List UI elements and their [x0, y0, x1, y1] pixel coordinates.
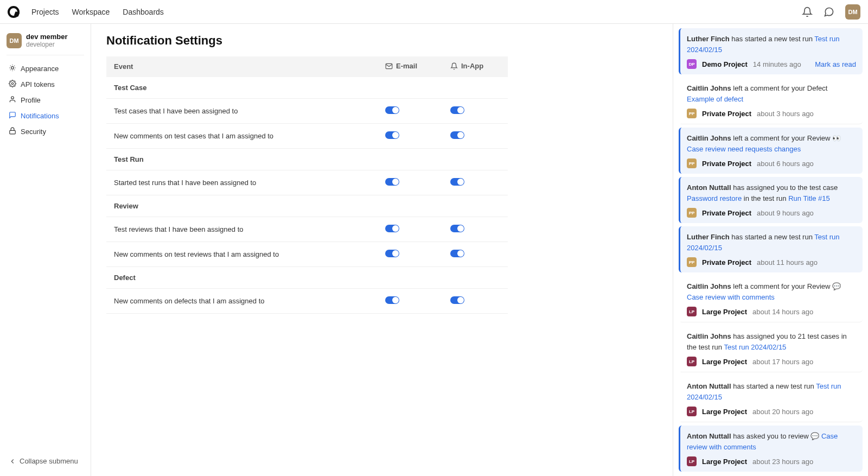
- notification-text: Luther Finch has started a new test run …: [687, 34, 856, 55]
- notification-text: Caitlin Johns left a comment for your Re…: [687, 281, 856, 302]
- notifications-panel: Luther Finch has started a new test run …: [673, 24, 868, 476]
- notification-item[interactable]: Caitlin Johns left a comment for your Re…: [679, 128, 863, 174]
- notification-time: about 6 hours ago: [757, 160, 814, 168]
- sidebar-item-label: API tokens: [21, 80, 55, 88]
- notification-time: about 14 hours ago: [752, 308, 813, 316]
- project-name: Demo Project: [702, 60, 748, 68]
- app-logo[interactable]: [8, 6, 20, 18]
- sun-icon: [9, 64, 16, 73]
- event-label: New comments on test reviews that I am a…: [106, 242, 378, 266]
- email-toggle[interactable]: [385, 131, 399, 139]
- notification-time: about 23 hours ago: [752, 458, 813, 466]
- inapp-toggle[interactable]: [450, 296, 464, 304]
- email-toggle[interactable]: [385, 178, 399, 186]
- chevron-left-icon: [9, 458, 16, 465]
- svg-point-0: [11, 67, 14, 69]
- notification-item[interactable]: Caitlin Johns left a comment for your De…: [679, 78, 863, 124]
- notification-text: Anton Nuttall has started a new test run…: [687, 381, 856, 402]
- collapse-submenu[interactable]: Collapse submenu: [7, 453, 84, 469]
- topbar: Projects Workspace Dashboards DM: [0, 0, 868, 24]
- notification-time: about 17 hours ago: [752, 358, 813, 366]
- bell-icon[interactable]: [802, 7, 813, 17]
- col-event: Event: [106, 56, 378, 77]
- project-name: Private Project: [702, 258, 751, 266]
- user-avatar-small: DM: [7, 33, 22, 48]
- notification-item[interactable]: Caitlin Johns has assigned you to 21 tes…: [679, 326, 863, 372]
- sidebar-item-label: Appearance: [21, 65, 59, 73]
- email-toggle[interactable]: [385, 225, 399, 232]
- event-row: Test cases that I have been assigned to: [106, 98, 508, 123]
- notification-time: about 11 hours ago: [757, 258, 818, 266]
- project-name: Large Project: [702, 458, 747, 466]
- project-badge: LP: [687, 307, 697, 316]
- user-block[interactable]: DM dev member developer: [7, 30, 84, 55]
- user-avatar[interactable]: DM: [845, 4, 860, 20]
- notification-meta: PPPrivate Projectabout 9 hours ago: [687, 208, 856, 218]
- nav-workspace[interactable]: Workspace: [72, 8, 110, 16]
- inapp-toggle[interactable]: [450, 131, 464, 139]
- chat-icon[interactable]: [824, 7, 834, 17]
- svg-line-4: [14, 69, 15, 70]
- col-inapp: In-App: [443, 56, 508, 77]
- sidebar-item-label: Notifications: [21, 112, 59, 120]
- section-header: Test Run: [106, 148, 508, 170]
- event-label: New comments on test cases that I am ass…: [106, 123, 378, 148]
- notification-meta: PPPrivate Projectabout 6 hours ago: [687, 158, 856, 168]
- event-row: New comments on defects that I am assign…: [106, 288, 508, 313]
- email-toggle[interactable]: [385, 250, 399, 257]
- nav-projects[interactable]: Projects: [31, 8, 59, 16]
- sidebar-item-security[interactable]: Security: [7, 124, 84, 139]
- inapp-toggle[interactable]: [450, 106, 464, 114]
- event-label: Test reviews that I have been assigned t…: [106, 217, 378, 242]
- lock-icon: [9, 127, 16, 136]
- project-badge: PP: [687, 208, 697, 218]
- svg-line-7: [10, 69, 11, 70]
- project-name: Private Project: [702, 110, 751, 118]
- event-row: New comments on test cases that I am ass…: [106, 123, 508, 148]
- svg-point-9: [11, 82, 14, 85]
- section-header: Test Case: [106, 77, 508, 99]
- notification-meta: LPLarge Projectabout 14 hours ago: [687, 307, 856, 316]
- inapp-toggle[interactable]: [450, 225, 464, 232]
- project-name: Large Project: [702, 308, 747, 316]
- bell-icon: [450, 62, 458, 70]
- event-row: New comments on test reviews that I am a…: [106, 242, 508, 266]
- notification-meta: LPLarge Projectabout 23 hours ago: [687, 456, 856, 466]
- person-icon: [9, 96, 16, 105]
- notification-item[interactable]: Anton Nuttall has assigned you to the te…: [679, 177, 863, 223]
- nav-dashboards[interactable]: Dashboards: [123, 8, 164, 16]
- notification-time: 14 minutes ago: [753, 60, 801, 68]
- inapp-toggle[interactable]: [450, 178, 464, 186]
- notification-item[interactable]: Luther Finch has started a new test run …: [679, 226, 863, 272]
- notification-settings-table: Event E-mail In-App Test: [106, 56, 508, 314]
- notification-text: Anton Nuttall has assigned you to the te…: [687, 182, 856, 204]
- inapp-toggle[interactable]: [450, 250, 464, 257]
- sidebar-item-api-tokens[interactable]: API tokens: [7, 77, 84, 92]
- sidebar-item-label: Security: [21, 128, 46, 136]
- notification-time: about 9 hours ago: [757, 209, 814, 217]
- project-name: Private Project: [702, 209, 751, 217]
- gear-icon: [9, 80, 16, 89]
- project-badge: LP: [687, 456, 697, 466]
- chat-icon: [9, 111, 16, 120]
- notification-item[interactable]: Anton Nuttall has asked you to review 💬 …: [679, 426, 863, 472]
- mail-icon: [385, 62, 393, 70]
- notification-item[interactable]: Anton Nuttall has started a new test run…: [679, 376, 863, 422]
- sidebar-item-notifications[interactable]: Notifications: [7, 108, 84, 124]
- project-badge: PP: [687, 109, 697, 118]
- project-badge: PP: [687, 158, 697, 168]
- user-role: developer: [26, 41, 68, 48]
- collapse-label: Collapse submenu: [20, 457, 78, 465]
- svg-rect-11: [10, 130, 16, 134]
- notification-item[interactable]: Luther Finch has started a new test run …: [679, 28, 863, 74]
- notification-item[interactable]: Caitlin Johns left a comment for your Re…: [679, 276, 863, 322]
- sidebar-item-appearance[interactable]: Appearance: [7, 61, 84, 77]
- project-name: Large Project: [702, 408, 747, 416]
- mark-as-read[interactable]: Mark as read: [815, 60, 856, 68]
- email-toggle[interactable]: [385, 296, 399, 304]
- email-toggle[interactable]: [385, 106, 399, 114]
- sidebar-item-profile[interactable]: Profile: [7, 92, 84, 108]
- notification-text: Luther Finch has started a new test run …: [687, 232, 856, 253]
- project-badge: LP: [687, 407, 697, 416]
- project-badge: PP: [687, 257, 697, 267]
